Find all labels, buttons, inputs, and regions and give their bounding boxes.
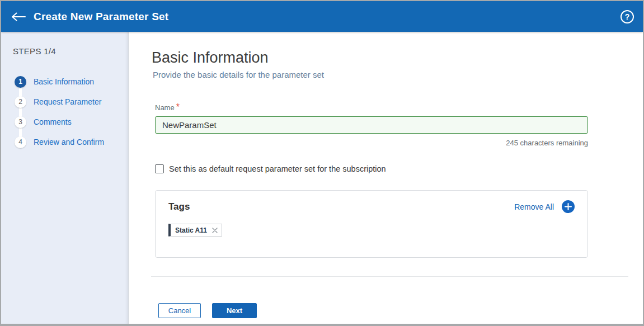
step-number-badge: 3	[15, 116, 26, 128]
cancel-button[interactable]: Cancel	[158, 303, 201, 318]
page-title: Basic Information	[152, 49, 269, 67]
step-label: Request Parameter	[34, 97, 101, 106]
remove-all-tags-link[interactable]: Remove All	[514, 202, 554, 211]
step-number-badge: 4	[15, 136, 26, 148]
tags-card-header: Tags Remove All	[168, 200, 575, 213]
tags-card: Tags Remove All Static A11	[155, 190, 588, 258]
default-parameter-set-row: Set this as default request parameter se…	[155, 164, 588, 173]
step-item-request-parameter[interactable]: 2 Request Parameter	[1, 92, 128, 112]
back-button[interactable]	[9, 7, 28, 26]
required-asterisk: *	[176, 102, 180, 112]
step-item-comments[interactable]: 3 Comments	[1, 112, 128, 132]
page-subtitle: Provide the basic details for the parame…	[153, 70, 324, 79]
name-input[interactable]	[155, 116, 588, 134]
header-bar: Create New Parameter Set ?	[1, 1, 643, 32]
arrow-left-icon	[11, 12, 26, 21]
tag-chip-row: Static A11	[168, 224, 575, 237]
main-content: Basic Information Provide the basic deta…	[129, 32, 643, 324]
remove-tag-button[interactable]	[212, 228, 218, 233]
step-label: Comments	[34, 117, 72, 126]
page-header-title: Create New Parameter Set	[34, 11, 621, 23]
section-divider	[151, 276, 628, 277]
tag-chip: Static A11	[168, 224, 222, 237]
create-parameter-set-dialog: Create New Parameter Set ? STEPS 1/4 1 B…	[0, 0, 644, 326]
steps-sidebar: STEPS 1/4 1 Basic Information 2 Request …	[1, 32, 129, 324]
add-tag-button[interactable]	[562, 200, 575, 213]
step-item-review-and-confirm[interactable]: 4 Review and Confirm	[1, 132, 128, 152]
characters-remaining-text: 245 characters remaining	[155, 139, 588, 147]
default-parameter-set-label: Set this as default request parameter se…	[169, 164, 386, 173]
steps-progress-label: STEPS 1/4	[13, 46, 128, 56]
footer-actions: Cancel Next	[158, 303, 257, 318]
tags-title: Tags	[168, 201, 514, 212]
step-number-badge: 2	[15, 96, 26, 108]
next-button[interactable]: Next	[212, 303, 257, 318]
steps-list: 1 Basic Information 2 Request Parameter …	[1, 72, 128, 152]
plus-icon	[565, 203, 572, 210]
step-label: Basic Information	[34, 77, 94, 86]
basic-information-form: Name* 245 characters remaining Set this …	[155, 102, 588, 258]
close-icon	[212, 228, 218, 233]
default-parameter-set-checkbox[interactable]	[155, 164, 164, 173]
step-label: Review and Confirm	[34, 138, 104, 147]
name-field-label: Name	[155, 103, 175, 112]
tag-chip-label: Static A11	[175, 226, 207, 234]
question-mark-icon: ?	[625, 12, 630, 21]
name-field-label-row: Name*	[155, 102, 588, 112]
help-button[interactable]: ?	[621, 10, 634, 23]
step-item-basic-information[interactable]: 1 Basic Information	[1, 72, 128, 92]
step-number-badge: 1	[15, 76, 26, 88]
